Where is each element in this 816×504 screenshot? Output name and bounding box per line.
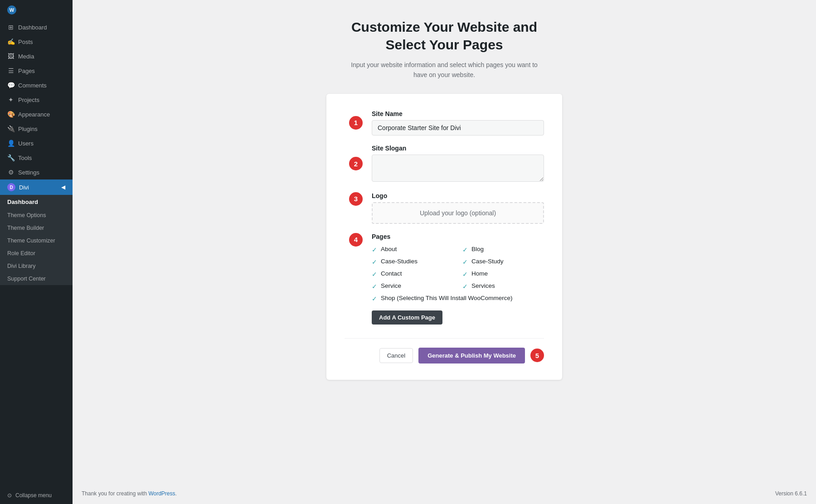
sidebar-item-dashboard[interactable]: ⊞ Dashboard <box>0 20 73 34</box>
sidebar-item-theme-builder[interactable]: Theme Builder <box>0 222 73 234</box>
check-icon-about: ✓ <box>372 246 377 253</box>
pages-section: Pages ✓ About ✓ Blog ✓ <box>372 233 544 325</box>
settings-icon: ⚙ <box>7 169 15 176</box>
page-item-about[interactable]: ✓ About <box>372 246 453 253</box>
page-item-case-study[interactable]: ✓ Case-Study <box>462 258 544 266</box>
main-content: Customize Your Website andSelect Your Pa… <box>73 0 816 504</box>
check-icon-home: ✓ <box>462 271 468 278</box>
divi-arrow-icon: ◀ <box>61 184 65 190</box>
posts-icon: ✍ <box>7 38 15 45</box>
page-subtitle: Input your website information and selec… <box>349 60 539 80</box>
collapse-icon: ⊙ <box>7 492 12 499</box>
logo-upload-text: Upload your logo (optional) <box>420 209 496 217</box>
page-label-service: Service <box>381 282 401 289</box>
version-text: Version 6.6.1 <box>775 490 807 497</box>
page-item-case-studies[interactable]: ✓ Case-Studies <box>372 258 453 266</box>
logo-upload-box[interactable]: Upload your logo (optional) <box>372 202 544 224</box>
site-slogan-input[interactable] <box>372 155 544 182</box>
projects-icon: ✦ <box>7 96 15 103</box>
sidebar-item-theme-options[interactable]: Theme Options <box>0 209 73 222</box>
divi-dashboard-label: Dashboard <box>0 195 73 209</box>
page-label-case-study: Case-Study <box>471 258 504 265</box>
step2-badge: 2 <box>349 157 363 170</box>
sidebar-item-users[interactable]: 👤 Users <box>0 136 73 150</box>
content-area: Customize Your Website andSelect Your Pa… <box>73 0 816 483</box>
check-icon-blog: ✓ <box>462 246 468 253</box>
logo-row: 3 Logo Upload your logo (optional) <box>372 192 544 224</box>
sidebar-item-role-editor[interactable]: Role Editor <box>0 247 73 260</box>
comments-icon: 💬 <box>7 82 15 89</box>
pages-icon: ☰ <box>7 67 15 74</box>
site-slogan-row: 2 Site Slogan <box>372 145 544 183</box>
page-title: Customize Your Website andSelect Your Pa… <box>351 18 537 53</box>
step4-wrapper: 4 Pages ✓ About ✓ Blog <box>345 233 544 325</box>
sidebar-item-tools[interactable]: 🔧 Tools <box>0 150 73 165</box>
sidebar-item-divi-library[interactable]: Divi Library <box>0 260 73 272</box>
check-icon-case-study: ✓ <box>462 258 468 266</box>
sidebar-item-media[interactable]: 🖼 Media <box>0 49 73 63</box>
sidebar-item-settings[interactable]: ⚙ Settings <box>0 165 73 179</box>
divi-section: D Divi ◀ Dashboard Theme Options Theme B… <box>0 179 73 285</box>
page-item-contact[interactable]: ✓ Contact <box>372 270 453 278</box>
wordpress-link[interactable]: WordPress <box>148 490 175 497</box>
logo-label: Logo <box>372 192 544 199</box>
page-label-contact: Contact <box>381 270 402 277</box>
cancel-button[interactable]: Cancel <box>379 348 413 363</box>
form-actions: Cancel Generate & Publish My Website 5 <box>345 338 544 363</box>
check-icon-case-studies: ✓ <box>372 258 377 266</box>
sidebar-item-comments[interactable]: 💬 Comments <box>0 78 73 92</box>
form-card: 1 Site Name 2 Site Slogan 3 Logo <box>326 94 562 380</box>
wp-icon: W <box>7 5 16 15</box>
tools-icon: 🔧 <box>7 154 15 161</box>
sidebar-item-plugins[interactable]: 🔌 Plugins <box>0 121 73 136</box>
sidebar-item-appearance[interactable]: 🎨 Appearance <box>0 107 73 121</box>
step1-badge: 1 <box>349 116 363 130</box>
users-icon: 👤 <box>7 140 15 147</box>
sidebar-item-posts[interactable]: ✍ Posts <box>0 34 73 49</box>
page-label-case-studies: Case-Studies <box>381 258 418 265</box>
step5-badge: 5 <box>530 349 544 362</box>
pages-row: 4 Pages ✓ About ✓ Blog <box>372 233 544 325</box>
page-item-service[interactable]: ✓ Service <box>372 282 453 290</box>
page-item-shop[interactable]: ✓ Shop (Selecting This Will Install WooC… <box>372 295 544 302</box>
pages-grid: ✓ About ✓ Blog ✓ Case-Studies <box>372 246 544 302</box>
check-icon-services: ✓ <box>462 283 468 290</box>
step1-wrapper: 1 Site Name <box>345 110 544 136</box>
sidebar: W ⊞ Dashboard ✍ Posts 🖼 Media ☰ Pages 💬 … <box>0 0 73 504</box>
page-item-blog[interactable]: ✓ Blog <box>462 246 544 253</box>
media-icon: 🖼 <box>7 53 15 60</box>
collapse-menu[interactable]: ⊙ Collapse menu <box>0 487 73 504</box>
page-label-blog: Blog <box>471 246 484 252</box>
appearance-icon: 🎨 <box>7 111 15 118</box>
site-slogan-label: Site Slogan <box>372 145 544 152</box>
step3-wrapper: 3 Logo Upload your logo (optional) <box>345 192 544 224</box>
page-item-home[interactable]: ✓ Home <box>462 270 544 278</box>
sidebar-item-support-center[interactable]: Support Center <box>0 272 73 285</box>
step4-badge: 4 <box>349 233 363 247</box>
page-label-about: About <box>381 246 397 252</box>
add-custom-page-button[interactable]: Add A Custom Page <box>372 310 442 325</box>
check-icon-shop: ✓ <box>372 295 377 302</box>
page-label-home: Home <box>471 270 488 277</box>
page-label-services: Services <box>471 282 495 289</box>
footer: Thank you for creating with WordPress. V… <box>73 483 816 504</box>
page-item-services[interactable]: ✓ Services <box>462 282 544 290</box>
sidebar-item-pages[interactable]: ☰ Pages <box>0 63 73 78</box>
plugins-icon: 🔌 <box>7 125 15 132</box>
publish-button[interactable]: Generate & Publish My Website <box>418 348 525 363</box>
sidebar-item-projects[interactable]: ✦ Projects <box>0 92 73 107</box>
divi-header[interactable]: D Divi ◀ <box>0 179 73 195</box>
divi-icon: D <box>7 183 15 191</box>
check-icon-service: ✓ <box>372 283 377 290</box>
step2-wrapper: 2 Site Slogan <box>345 145 544 183</box>
footer-text: Thank you for creating with WordPress. <box>82 490 177 497</box>
step3-badge: 3 <box>349 192 363 206</box>
page-label-shop: Shop (Selecting This Will Install WooCom… <box>381 295 513 301</box>
sidebar-item-theme-customizer[interactable]: Theme Customizer <box>0 234 73 247</box>
site-name-label: Site Name <box>372 110 544 117</box>
site-name-input[interactable] <box>372 120 544 136</box>
site-name-row: 1 Site Name <box>372 110 544 136</box>
check-icon-contact: ✓ <box>372 271 377 278</box>
dashboard-icon: ⊞ <box>7 24 15 31</box>
wp-logo[interactable]: W <box>0 0 73 20</box>
